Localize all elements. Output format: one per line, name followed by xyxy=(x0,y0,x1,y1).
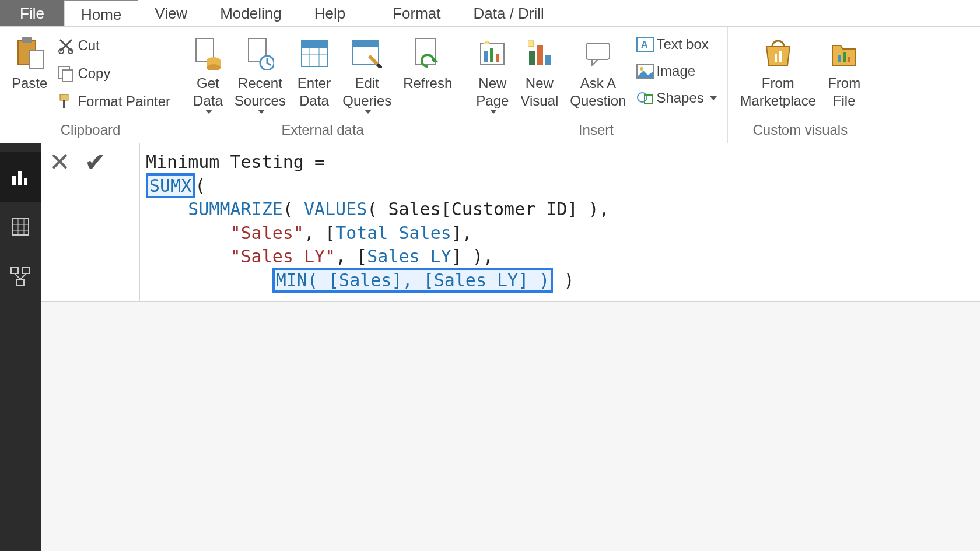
refresh-label: Refresh xyxy=(403,75,452,92)
svg-rect-36 xyxy=(645,95,653,103)
table-row[interactable]: Aaron Miller272400272 xyxy=(425,452,980,479)
menu-datadrill[interactable]: Data / Drill xyxy=(457,0,561,26)
speech-bubble-icon xyxy=(584,35,612,72)
str-sales: "Sales" xyxy=(230,223,304,243)
col-customer-name[interactable]: Customer Name xyxy=(431,355,578,391)
svg-rect-50 xyxy=(11,268,18,273)
svg-rect-44 xyxy=(24,178,27,185)
ribbon-group-external: Get Data Recent Sources Enter Data Edit … xyxy=(181,27,464,143)
col-sales-ly[interactable]: Sales LY xyxy=(674,355,770,391)
refresh-icon xyxy=(414,35,442,72)
checkbox-icon[interactable] xyxy=(251,405,266,420)
chevron-down-icon xyxy=(710,96,717,100)
slicer-item[interactable]: MD xyxy=(251,503,338,528)
svg-rect-24 xyxy=(484,51,488,62)
nav-model[interactable] xyxy=(0,252,41,302)
new-page-icon xyxy=(478,35,506,72)
slicer-item[interactable]: FL xyxy=(251,426,338,451)
svg-rect-51 xyxy=(23,268,30,273)
menu-home[interactable]: Home xyxy=(64,0,138,26)
col-customer-id: Sales[Customer ID] xyxy=(388,199,578,219)
svg-rect-38 xyxy=(779,51,782,62)
slicer-item-label: MA xyxy=(276,480,303,500)
text-box-button[interactable]: A Text box xyxy=(632,33,722,56)
checkbox-icon[interactable] xyxy=(251,431,266,446)
from-file-label: From File xyxy=(828,75,860,110)
slicer-item[interactable]: NC xyxy=(251,528,338,551)
svg-point-34 xyxy=(640,67,643,71)
svg-rect-8 xyxy=(63,100,65,108)
menu-help[interactable]: Help xyxy=(298,0,362,26)
slicer-item[interactable]: MA xyxy=(251,477,338,503)
svg-rect-29 xyxy=(545,55,551,65)
get-data-button[interactable]: Get Data xyxy=(187,31,229,114)
svg-rect-45 xyxy=(12,219,29,235)
menu-file[interactable]: File xyxy=(0,0,64,26)
svg-rect-2 xyxy=(30,50,44,69)
checkbox-icon[interactable] xyxy=(251,482,266,497)
col-sales-ly: Sales LY xyxy=(367,246,452,266)
ask-question-button[interactable]: Ask A Question xyxy=(564,31,632,110)
col-total-sales[interactable]: Total Sales xyxy=(578,355,674,391)
slicer-item-label: CT xyxy=(276,403,300,423)
checkbox-icon[interactable] xyxy=(251,457,266,472)
formula-editor[interactable]: Minimum Testing = SUMX( SUMMARIZE( VALUE… xyxy=(140,143,980,301)
svg-rect-7 xyxy=(60,94,68,100)
col-minim[interactable]: Minim xyxy=(939,355,980,391)
new-visual-button[interactable]: New Visual xyxy=(514,31,564,110)
ask-question-label: Ask A Question xyxy=(570,75,626,110)
paste-button[interactable]: Paste xyxy=(6,31,53,92)
resize-handle-icon[interactable] xyxy=(422,333,431,342)
cut-button[interactable]: Cut xyxy=(53,34,175,57)
measure-name: Minimum Testing xyxy=(146,152,304,172)
slicer-item-label: MD xyxy=(276,506,304,525)
table-cell: 336 xyxy=(770,482,939,502)
get-data-icon xyxy=(194,35,222,72)
format-painter-button[interactable]: Format Painter xyxy=(53,90,175,113)
table-row[interactable]: Aaron Cruz4,7587,6704,758 xyxy=(425,398,980,425)
menu-view[interactable]: View xyxy=(138,0,204,26)
new-page-label: New Page xyxy=(476,75,509,110)
copy-button[interactable]: Copy xyxy=(53,62,175,85)
nav-report[interactable] xyxy=(0,152,41,202)
slicer-item[interactable]: CT xyxy=(251,400,338,426)
from-marketplace-button[interactable]: From Marketplace xyxy=(734,31,822,110)
svg-rect-52 xyxy=(17,279,24,285)
slicer-item-label: NC xyxy=(276,531,302,551)
table-row[interactable]: Aaron Day5,4058,2655,405 xyxy=(425,425,980,452)
checkbox-icon[interactable] xyxy=(251,508,266,523)
enter-data-icon xyxy=(300,35,328,72)
chevron-down-icon xyxy=(365,110,372,114)
group-insert-label: Insert xyxy=(470,120,722,141)
table-cell: 8,265 xyxy=(674,429,770,448)
nav-data[interactable] xyxy=(0,202,41,252)
table-row[interactable]: Aaron Moreno7,9674,9444,944 xyxy=(425,506,980,532)
menu-format[interactable]: Format xyxy=(376,0,457,26)
table-visual[interactable]: ≡ Customer Name Total Sales Sales LY Min… xyxy=(425,336,980,533)
slicer-item[interactable]: GA xyxy=(251,451,338,477)
formula-cancel-button[interactable]: ✕ xyxy=(49,149,71,175)
recent-sources-label: Recent Sources xyxy=(235,75,286,110)
table-cell: 4,944 xyxy=(770,509,939,529)
enter-data-button[interactable]: Enter Data xyxy=(292,31,337,110)
highlight-sumx: SUMX xyxy=(146,173,195,198)
refresh-button[interactable]: Refresh xyxy=(397,31,458,92)
ribbon-group-custom: From Marketplace From File Custom visual… xyxy=(728,27,872,143)
recent-sources-button[interactable]: Recent Sources xyxy=(229,31,292,114)
new-page-button[interactable]: New Page xyxy=(470,31,514,114)
menu-modeling[interactable]: Modeling xyxy=(204,0,298,26)
from-file-button[interactable]: From File xyxy=(822,31,866,110)
table-cell: Aaron Day xyxy=(431,429,578,448)
svg-rect-25 xyxy=(490,48,494,62)
svg-point-35 xyxy=(638,93,647,102)
drag-grip-icon[interactable]: ≡ xyxy=(964,340,972,356)
formula-commit-button[interactable]: ✔ xyxy=(85,149,106,175)
image-button[interactable]: Image xyxy=(632,59,722,83)
table-row[interactable]: Aaron Mills3361,587336 xyxy=(425,479,980,506)
checkbox-icon[interactable] xyxy=(251,534,266,549)
edit-queries-button[interactable]: Edit Queries xyxy=(337,31,397,114)
col-min-wrong[interactable]: Minimum Testing (Wrong) xyxy=(770,355,939,391)
model-view-icon xyxy=(10,266,31,287)
highlight-min: MIN( [Sales], [Sales LY] ) xyxy=(272,268,554,293)
shapes-button[interactable]: Shapes xyxy=(632,86,722,110)
